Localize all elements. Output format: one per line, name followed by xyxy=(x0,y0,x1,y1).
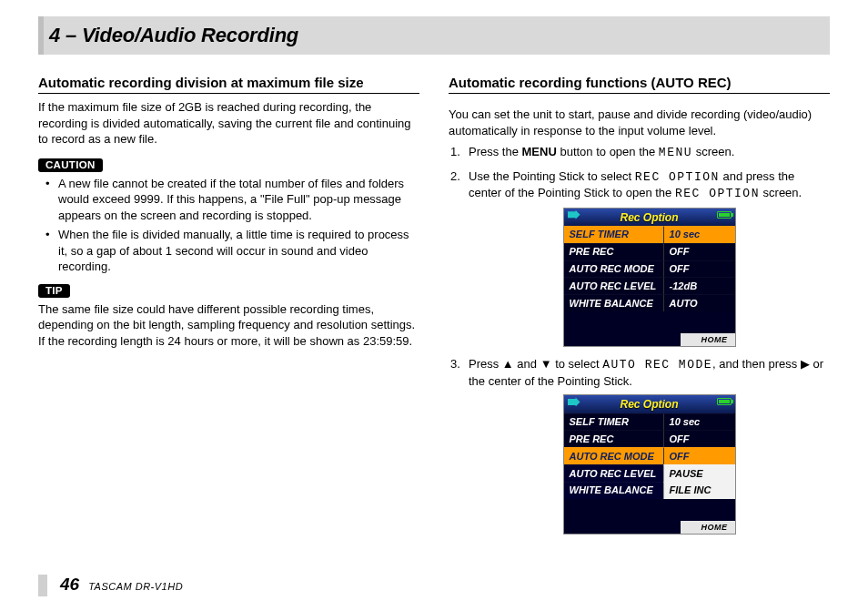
lcd-row-value: PAUSE xyxy=(663,464,735,482)
chapter-title: 4 – Video/Audio Recording xyxy=(49,24,817,47)
lcd-row-value: FILE INC xyxy=(663,482,735,499)
lcd2-titlebar: Rec Option xyxy=(564,395,735,412)
lcd2-home-button: HOME xyxy=(681,521,735,534)
lcd-row-value: 10 sec xyxy=(663,413,735,431)
step2-screen1: REC OPTION xyxy=(635,170,720,184)
lcd-row-key: PRE REC xyxy=(564,243,663,260)
section-title-right: Automatic recording functions (AUTO REC) xyxy=(449,75,830,94)
step-2: Use the Pointing Stick to select REC OPT… xyxy=(469,168,830,348)
lcd1-home-button: HOME xyxy=(681,333,735,346)
step1-text-a: Press the xyxy=(469,145,522,158)
step-1: Press the MENU button to open the MENU s… xyxy=(469,144,830,161)
lcd-row-value: AUTO xyxy=(663,294,735,311)
step2-screen2: REC OPTION xyxy=(675,187,760,200)
lcd-row-key: SELF TIMER xyxy=(564,226,663,243)
footer-tab-icon xyxy=(38,575,47,596)
lcd1-titlebar: Rec Option xyxy=(564,209,735,226)
chapter-header: 4 – Video/Audio Recording xyxy=(38,16,830,55)
tip-label: TIP xyxy=(38,284,70,298)
lcd-row-key: SELF TIMER xyxy=(564,413,663,431)
page-footer: 46 TASCAM DR-V1HD xyxy=(38,575,183,596)
product-model: TASCAM DR-V1HD xyxy=(88,581,183,592)
tip-text: The same file size could have different … xyxy=(38,301,419,350)
caution-list: A new file cannot be created if the tota… xyxy=(38,176,419,275)
step2-text-c: screen. xyxy=(760,186,802,199)
right-intro: You can set the unit to start, pause and… xyxy=(449,107,830,138)
step3-c: to select xyxy=(552,357,603,371)
left-column: Automatic recording division at maximum … xyxy=(38,75,419,544)
lcd-row-key: PRE REC xyxy=(564,430,663,447)
lcd-row-value: -12dB xyxy=(663,277,735,294)
step3-d: , and then press xyxy=(712,357,801,371)
step1-text-b: button to open the xyxy=(557,145,659,158)
lcd2-title: Rec Option xyxy=(620,398,678,411)
step3-screen: AUTO REC MODE xyxy=(602,358,712,372)
battery-icon xyxy=(717,398,732,405)
lcd-row-key: WHITE BALANCE xyxy=(564,482,663,499)
section-title-left: Automatic recording division at maximum … xyxy=(38,75,419,94)
lcd-row-value: 10 sec xyxy=(663,226,735,243)
camera-icon xyxy=(568,210,580,219)
lcd-figure-1: Rec Option SELF TIMER10 secPRE RECOFFAUT… xyxy=(563,208,736,348)
lcd1-title: Rec Option xyxy=(620,211,678,224)
lcd-row-key: AUTO REC LEVEL xyxy=(564,277,663,294)
step3-a: Press xyxy=(469,357,502,371)
camera-icon xyxy=(568,397,580,406)
step-3: Press ▲ and ▼ to select AUTO REC MODE, a… xyxy=(469,356,830,535)
page-number: 46 xyxy=(60,575,79,595)
lcd-row-key: AUTO REC MODE xyxy=(564,447,663,464)
lcd-row-key: AUTO REC MODE xyxy=(564,260,663,278)
lcd-row-value: OFF xyxy=(663,260,735,278)
step3-b: and xyxy=(514,357,540,371)
step2-text-a: Use the Pointing Stick to select xyxy=(469,169,635,183)
step1-screen-name: MENU xyxy=(659,146,692,159)
right-triangle-icon: ▶ xyxy=(801,357,810,371)
caution-item: When the file is divided manually, a lit… xyxy=(58,227,419,275)
lcd-row-value: OFF xyxy=(663,430,735,447)
battery-icon xyxy=(717,211,732,219)
caution-item: A new file cannot be created if the tota… xyxy=(58,176,419,224)
lcd-row-key: AUTO REC LEVEL xyxy=(564,464,663,482)
lcd-row-value: OFF xyxy=(663,447,735,464)
lcd-row-key: WHITE BALANCE xyxy=(564,294,663,311)
lcd-figure-2: Rec Option SELF TIMER10 secPRE RECOFFAUT… xyxy=(563,394,736,535)
step1-text-c: screen. xyxy=(692,145,734,158)
up-triangle-icon: ▲ xyxy=(502,357,514,371)
right-column: Automatic recording functions (AUTO REC)… xyxy=(449,75,830,544)
left-intro: If the maximum file size of 2GB is reach… xyxy=(38,99,419,148)
down-triangle-icon: ▼ xyxy=(540,357,552,371)
step1-menu-bold: MENU xyxy=(522,145,557,158)
caution-label: CAUTION xyxy=(38,158,103,172)
lcd-row-value: OFF xyxy=(663,243,735,260)
